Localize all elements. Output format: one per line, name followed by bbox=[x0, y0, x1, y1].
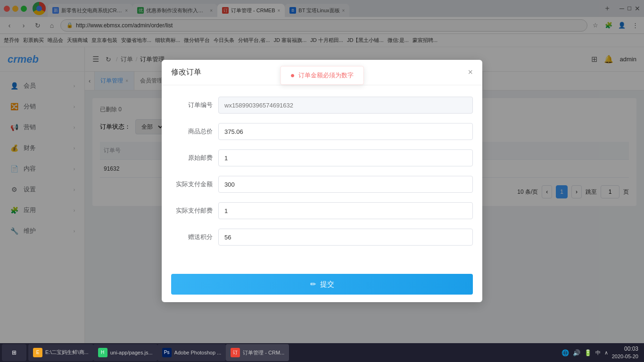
form-label-actual_payment: 实际支付金额 bbox=[171, 180, 218, 189]
form-input-actual_shipping[interactable] bbox=[218, 202, 473, 219]
form-input-goods_total[interactable] bbox=[218, 123, 473, 140]
form-label-goods_total: 商品总价 bbox=[171, 127, 218, 136]
modal-footer: ✏ 提交 bbox=[162, 266, 482, 302]
form-row-actual_shipping: 实际支付邮费 bbox=[171, 202, 473, 219]
modal-overlay[interactable]: 修改订单 × 订单编号 商品总价 原始邮费 实际支付金额 实际支付邮费 赠送积分… bbox=[85, 90, 644, 343]
form-label-order_no: 订单编号 bbox=[171, 101, 218, 109]
submit-btn[interactable]: ✏ 提交 bbox=[171, 274, 473, 295]
form-label-gift_points: 赠送积分 bbox=[171, 233, 218, 241]
edit-order-modal: 修改订单 × 订单编号 商品总价 原始邮费 实际支付金额 实际支付邮费 赠送积分… bbox=[162, 90, 482, 302]
modal-body: 订单编号 商品总价 原始邮费 实际支付金额 实际支付邮费 赠送积分 bbox=[162, 90, 482, 266]
main-content: 已删除 0 订单状态： 全部 创建时间： 订单号： 订单检 bbox=[85, 90, 644, 343]
form-input-order_no bbox=[218, 97, 473, 114]
form-input-original_shipping[interactable] bbox=[218, 149, 473, 166]
form-row-original_shipping: 原始邮费 bbox=[171, 149, 473, 166]
form-row-goods_total: 商品总价 bbox=[171, 123, 473, 140]
submit-label: 提交 bbox=[320, 280, 334, 289]
form-row-actual_payment: 实际支付金额 bbox=[171, 176, 473, 193]
form-row-order_no: 订单编号 bbox=[171, 97, 473, 114]
form-label-original_shipping: 原始邮费 bbox=[171, 154, 218, 162]
submit-icon: ✏ bbox=[310, 280, 316, 288]
form-label-actual_shipping: 实际支付邮费 bbox=[171, 206, 218, 215]
form-input-actual_payment[interactable] bbox=[218, 176, 473, 193]
form-row-gift_points: 赠送积分 bbox=[171, 229, 473, 246]
form-input-gift_points[interactable] bbox=[218, 229, 473, 246]
